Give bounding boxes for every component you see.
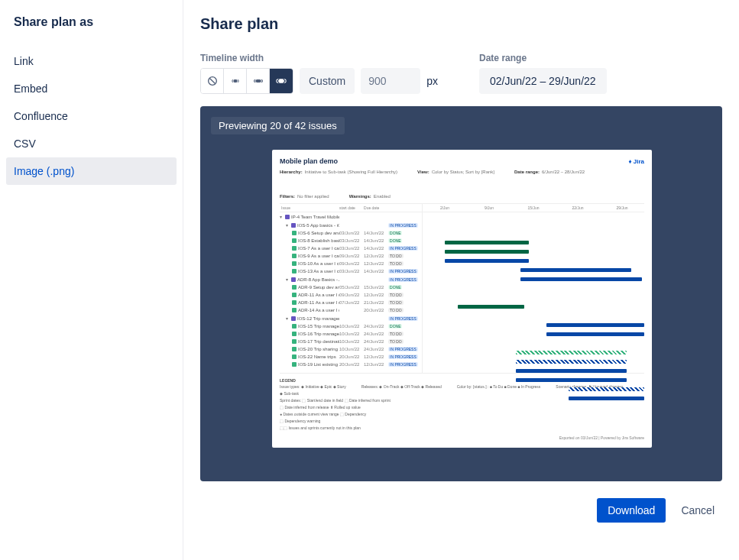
sidebar-item-link[interactable]: Link [6, 47, 177, 75]
svg-line-1 [209, 79, 215, 84]
width-input[interactable] [361, 68, 420, 94]
date-range-group: Date range 02/Jun/22 – 29/Jun/22 [479, 53, 607, 94]
date-range-button[interactable]: 02/Jun/22 – 29/Jun/22 [479, 68, 607, 94]
preview-footer: Exported on 03/Jun/22 | Powered by Jira … [280, 435, 644, 440]
width-large-button[interactable] [270, 69, 293, 93]
width-medium-button[interactable] [247, 69, 270, 93]
sidebar-item-confluence[interactable]: Confluence [6, 102, 177, 130]
width-none-button[interactable] [201, 69, 224, 93]
width-small-icon [229, 75, 241, 87]
sidebar-item-image[interactable]: Image (.png) [6, 157, 177, 185]
main-panel: Share plan Timeline width [183, 0, 739, 560]
preview-count-badge: Previewing 20 of 42 issues [211, 117, 345, 134]
jira-logo: ♦ Jira [628, 158, 644, 165]
sidebar-item-embed[interactable]: Embed [6, 75, 177, 102]
sidebar-item-csv[interactable]: CSV [6, 130, 177, 157]
page-title: Share plan [200, 15, 722, 33]
width-medium-icon [252, 75, 264, 87]
download-button[interactable]: Download [597, 498, 666, 523]
timeline-width-group: Timeline width Custom [200, 53, 438, 94]
width-large-icon [275, 75, 287, 87]
sidebar-title: Share plan as [14, 15, 169, 29]
preview-image: Mobile plan demo ♦ Jira Hierarchy:Initia… [272, 150, 652, 448]
controls-row: Timeline width Custom [200, 53, 722, 94]
dialog-footer: Download Cancel [200, 481, 722, 523]
preview-gantt: Issue start date Due date ▾IP-4 Team Tra… [280, 203, 644, 374]
sidebar: Share plan as Link Embed Confluence CSV … [0, 0, 183, 560]
custom-width-button[interactable]: Custom [300, 68, 355, 94]
width-preset-group [200, 68, 293, 94]
preview-container: Previewing 20 of 42 issues Mobile plan d… [200, 106, 722, 481]
preview-plan-title: Mobile plan demo [280, 157, 338, 165]
width-small-button[interactable] [224, 69, 247, 93]
cancel-icon [206, 75, 219, 87]
preview-meta: Hierarchy:Initiative to Sub-task (Showin… [280, 170, 644, 199]
date-range-label: Date range [479, 53, 607, 63]
preview-legend: LEGEND Issue types: ◆ Initiative ◆ Epic … [280, 374, 644, 432]
width-unit-label: px [426, 75, 438, 87]
timeline-width-label: Timeline width [200, 53, 438, 63]
cancel-button[interactable]: Cancel [673, 498, 722, 523]
